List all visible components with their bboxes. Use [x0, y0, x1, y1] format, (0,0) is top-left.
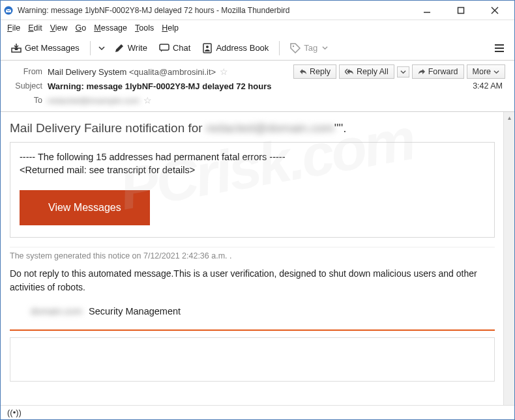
close-button[interactable] [484, 3, 505, 18]
chevron-down-icon [493, 69, 499, 75]
more-label: More [473, 67, 491, 76]
from-label: From [10, 67, 42, 76]
menu-file[interactable]: File [7, 23, 20, 33]
address-book-label: Address Book [216, 43, 269, 53]
message-body: Mail Delivery Failure notification for r… [1, 112, 514, 387]
menu-edit[interactable]: Edit [28, 23, 42, 33]
no-reply-text: Do not reply to this automated message.T… [10, 267, 495, 294]
reply-button[interactable]: Reply [293, 64, 336, 79]
tag-icon [290, 43, 301, 53]
menu-tools[interactable]: Tools [135, 23, 154, 33]
error-box: ----- The following 15 addresses had per… [10, 142, 495, 238]
error-line-1: ----- The following 15 addresses had per… [20, 150, 485, 163]
forward-icon [418, 68, 426, 76]
chat-label: Chat [173, 43, 190, 53]
svg-point-9 [293, 45, 294, 46]
maximize-button[interactable] [450, 3, 471, 18]
activity-indicator-icon: ((•)) [7, 408, 22, 417]
to-value-redacted: redacted@example.com [48, 96, 140, 105]
star-icon[interactable]: ☆ [220, 66, 228, 77]
address-book-button[interactable]: Address Book [198, 40, 272, 56]
address-book-icon [202, 43, 213, 53]
generated-notice: The system generated this notice on 7/12… [10, 247, 495, 260]
reply-all-button[interactable]: Reply All [339, 64, 394, 79]
reply-all-dropdown[interactable] [397, 66, 409, 77]
svg-rect-6 [160, 44, 169, 50]
chat-icon [159, 43, 169, 53]
menu-help[interactable]: Help [162, 23, 179, 33]
get-messages-label: Get Messages [25, 43, 80, 53]
star-icon-2[interactable]: ☆ [143, 95, 152, 105]
message-body-wrap: Mail Delivery Failure notification for r… [1, 112, 514, 406]
orange-divider [10, 329, 495, 331]
toolbar-separator [90, 41, 91, 55]
window-buttons [417, 3, 505, 18]
subject-label: Subject [10, 81, 42, 91]
menu-message[interactable]: Message [94, 23, 127, 33]
scrollbar[interactable]: ▴ [503, 112, 514, 406]
window-titlebar: Warning: message 1lybNF-0002Y8-MJ delaye… [1, 1, 514, 20]
to-row: To redacted@example.com ☆ [10, 93, 505, 107]
app-icon [3, 5, 14, 16]
app-menu-button[interactable] [493, 42, 505, 54]
get-messages-dropdown[interactable] [97, 42, 106, 54]
write-button[interactable]: Write [110, 40, 151, 56]
svg-rect-2 [458, 7, 464, 13]
view-messages-button[interactable]: View Messages [20, 190, 150, 225]
svg-point-8 [206, 46, 209, 48]
from-value: Mail Delivery System <qualita@ambrosini.… [48, 67, 216, 77]
toolbar-separator-2 [279, 41, 280, 55]
reply-all-icon [345, 68, 354, 76]
forward-label: Forward [428, 67, 458, 76]
chevron-down-icon [400, 69, 406, 75]
forward-button[interactable]: Forward [412, 64, 464, 79]
menu-view[interactable]: View [50, 23, 68, 33]
sec-mgmt-text: Security Management [89, 306, 181, 316]
menubar: File Edit View Go Message Tools Help [1, 20, 514, 36]
inbox-icon [11, 43, 22, 53]
message-time: 3:42 AM [473, 81, 503, 91]
header-actions: Reply Reply All Forward More [293, 64, 505, 79]
tag-label: Tag [304, 43, 317, 53]
window-title: Warning: message 1lybNF-0002Y8-MJ delaye… [18, 6, 417, 15]
body-title: Mail Delivery Failure notification for r… [10, 121, 495, 135]
chat-button[interactable]: Chat [155, 40, 194, 56]
sec-redacted: domain.com [31, 306, 82, 316]
chevron-down-icon [98, 45, 105, 51]
error-line-2: <Returned mail: see transcript for detai… [20, 163, 485, 176]
reply-label: Reply [310, 67, 331, 76]
more-button[interactable]: More [467, 64, 505, 79]
minimize-button[interactable] [417, 3, 437, 18]
scroll-up-icon[interactable]: ▴ [504, 112, 514, 123]
message-header: From Mail Delivery System <qualita@ambro… [1, 61, 514, 112]
subject-value: Warning: message 1lybNF-0002Y8-MJ delaye… [48, 81, 271, 91]
write-label: Write [128, 43, 147, 53]
security-management-line: domain.com Security Management [31, 306, 495, 316]
get-messages-button[interactable]: Get Messages [7, 40, 83, 56]
tag-button[interactable]: Tag [286, 40, 332, 56]
statusbar: ((•)) [1, 405, 514, 419]
chevron-down-icon [322, 45, 328, 51]
reply-all-label: Reply All [357, 67, 389, 76]
toolbar: Get Messages Write Chat Address Book Tag [1, 36, 514, 61]
menu-go[interactable]: Go [76, 23, 87, 33]
reply-icon [299, 68, 307, 76]
subject-row: Subject Warning: message 1lybNF-0002Y8-M… [10, 79, 505, 93]
empty-box [10, 337, 495, 382]
pencil-icon [114, 43, 125, 53]
to-label: To [10, 96, 42, 105]
